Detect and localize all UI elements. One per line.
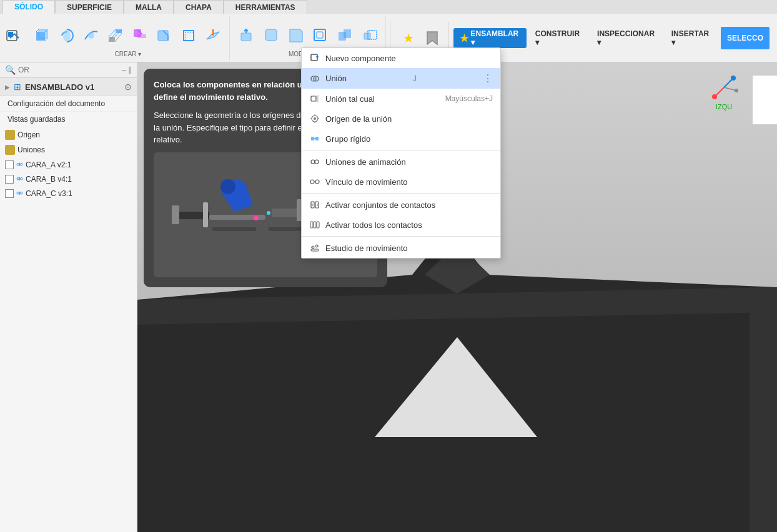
- dropdown-item-union-tal-cual[interactable]: Unión tal cual Mayúsculas+J: [302, 89, 500, 109]
- separator-1: [302, 150, 500, 150]
- modificar-icons: [236, 17, 380, 51]
- tab-herramientas[interactable]: HERRAMIENTAS: [224, 0, 307, 14]
- svg-rect-28: [172, 205, 179, 224]
- axis-svg: [708, 72, 740, 103]
- sweep-button[interactable]: [80, 24, 102, 47]
- selecco-button[interactable]: SELECCO: [721, 27, 770, 49]
- ensamblar-button[interactable]: ★ ENSAMBLAR ▾: [453, 28, 527, 48]
- scale-button[interactable]: [358, 24, 380, 47]
- insertar-button[interactable]: INSERTAR ▾: [665, 28, 718, 48]
- svg-rect-43: [311, 54, 317, 61]
- svg-rect-60: [311, 249, 319, 251]
- dropdown-item-grupo-rigido[interactable]: Grupo rígido: [302, 129, 500, 149]
- svg-point-40: [267, 211, 270, 215]
- dropdown-item-animacion[interactable]: Uniones de animación: [302, 152, 500, 172]
- fillet-button[interactable]: [153, 24, 176, 47]
- svg-point-53: [310, 180, 314, 184]
- checkbox-cara-b[interactable]: [5, 175, 14, 184]
- dropdown-item-estudio-movimiento[interactable]: Estudio de movimiento: [302, 238, 500, 258]
- folder-icon-origen: [5, 130, 15, 140]
- tree-item-cara-a[interactable]: ⚮ CARA_A v2:1: [0, 157, 137, 172]
- collapse-icon[interactable]: – ∥: [122, 66, 132, 74]
- svg-rect-57: [310, 222, 313, 228]
- inspeccionar-label: INSPECCIONAR ▾: [597, 29, 656, 47]
- link-icon-cara-a: ⚮: [16, 160, 23, 169]
- dropdown-item-todos-contactos[interactable]: Activar todos los contactos: [302, 215, 500, 235]
- union-shortcut: J: [413, 74, 417, 83]
- union-label: Unión: [325, 74, 347, 83]
- svg-point-54: [315, 180, 319, 184]
- bookmark-button[interactable]: [422, 27, 443, 49]
- shell-button2[interactable]: [309, 24, 332, 47]
- insertar-label: INSERTAR ▾: [671, 29, 712, 47]
- nuevo-componente-label: Nuevo componente: [325, 54, 396, 63]
- inspeccionar-button[interactable]: INSPECCIONAR ▾: [591, 28, 663, 48]
- doc-config-item[interactable]: Configuración del documento: [0, 96, 137, 112]
- dropdown-item-union[interactable]: Unión J ⋮: [302, 68, 500, 89]
- union-more-icon[interactable]: ⋮: [483, 72, 493, 84]
- dropdown-item-conjuntos-contactos[interactable]: Activar conjuntos de contactos: [302, 195, 500, 215]
- selecco-label: SELECCO: [727, 34, 763, 42]
- star-icon: ★: [403, 31, 414, 46]
- all-contacts-icon: [309, 219, 320, 230]
- union-tal-cual-shortcut: Mayúsculas+J: [445, 94, 493, 103]
- motion-study-icon: [309, 242, 320, 254]
- search-input[interactable]: [18, 66, 119, 74]
- checkbox-cara-a[interactable]: [5, 160, 14, 169]
- svg-rect-14: [317, 32, 323, 38]
- tree-label-cara-c: CARA_C v3:1: [26, 189, 72, 198]
- star-icon2: ★: [460, 32, 468, 44]
- press-pull-button[interactable]: [236, 24, 259, 47]
- target-icon[interactable]: ⊙: [124, 82, 132, 92]
- rigid-group-icon: [309, 133, 320, 144]
- union-as-is-icon: [309, 93, 320, 104]
- construir-button[interactable]: CONSTRUIR ▾: [529, 28, 588, 48]
- chamfer-button[interactable]: [285, 24, 307, 47]
- separator-3: [302, 236, 500, 237]
- tree-label-cara-b: CARA_B v4:1: [26, 175, 72, 184]
- dropdown-item-origen[interactable]: Origen de la unión: [302, 109, 500, 129]
- tree-item-origen[interactable]: Origen: [0, 127, 137, 142]
- svg-rect-49: [311, 137, 314, 140]
- shell-button[interactable]: [177, 24, 200, 47]
- back-button[interactable]: [4, 27, 25, 49]
- tree-item-cara-b[interactable]: ⚮ CARA_B v4:1: [0, 172, 137, 186]
- plane-button[interactable]: [202, 24, 224, 47]
- svg-rect-10: [158, 31, 168, 41]
- extrude-button[interactable]: [31, 24, 54, 47]
- saved-views-item[interactable]: Vistas guardadas: [0, 112, 137, 127]
- tab-malla[interactable]: MALLA: [124, 0, 174, 14]
- left-panel: 🔍 – ∥ ▶ ⊞ ENSAMBLADO v1 ⊙ Configuración …: [0, 62, 137, 532]
- todos-contactos-label: Activar todos los contactos: [325, 220, 422, 230]
- union-origin-icon: [309, 113, 320, 124]
- tab-chapa[interactable]: CHAPA: [174, 0, 224, 14]
- svg-point-23: [731, 76, 736, 81]
- revolve-button[interactable]: [56, 24, 78, 47]
- tree-item-uniones[interactable]: Uniones: [0, 142, 137, 157]
- svg-point-4: [63, 29, 71, 42]
- svg-point-25: [735, 89, 738, 92]
- assembly-expand-icon[interactable]: ▶: [5, 84, 10, 91]
- svg-rect-16: [344, 29, 351, 38]
- dropdown-item-vinculo[interactable]: Vínculo de movimiento: [302, 172, 500, 192]
- star-button[interactable]: ★: [398, 27, 419, 49]
- rib-button[interactable]: [129, 24, 151, 47]
- combine-button[interactable]: [334, 24, 356, 47]
- folder-icon-uniones: [5, 145, 15, 155]
- tab-solido[interactable]: SÓLIDO: [2, 0, 55, 14]
- svg-rect-9: [137, 34, 146, 38]
- fillet-button2[interactable]: [260, 24, 283, 47]
- dropdown-item-nuevo-componente[interactable]: Nuevo componente: [302, 48, 500, 68]
- dropdown-menu: Nuevo componente Unión J ⋮ Unión tal cua…: [301, 47, 501, 259]
- union-icon: [309, 73, 320, 84]
- checkbox-cara-c[interactable]: [5, 189, 14, 198]
- conjuntos-contactos-label: Activar conjuntos de contactos: [325, 200, 435, 210]
- estudio-movimiento-label: Estudio de movimiento: [325, 244, 408, 253]
- tab-superficie[interactable]: SUPERFICIE: [55, 0, 124, 14]
- tree-item-cara-c[interactable]: ⚮ CARA_C v3:1: [0, 186, 137, 200]
- toolbar-tabs: SÓLIDO SUPERFICIE MALLA CHAPA HERRAMIENT…: [0, 0, 777, 14]
- svg-point-31: [220, 179, 235, 194]
- tree-label-uniones: Uniones: [17, 145, 45, 154]
- svg-point-52: [315, 160, 319, 164]
- loft-button[interactable]: [104, 24, 127, 47]
